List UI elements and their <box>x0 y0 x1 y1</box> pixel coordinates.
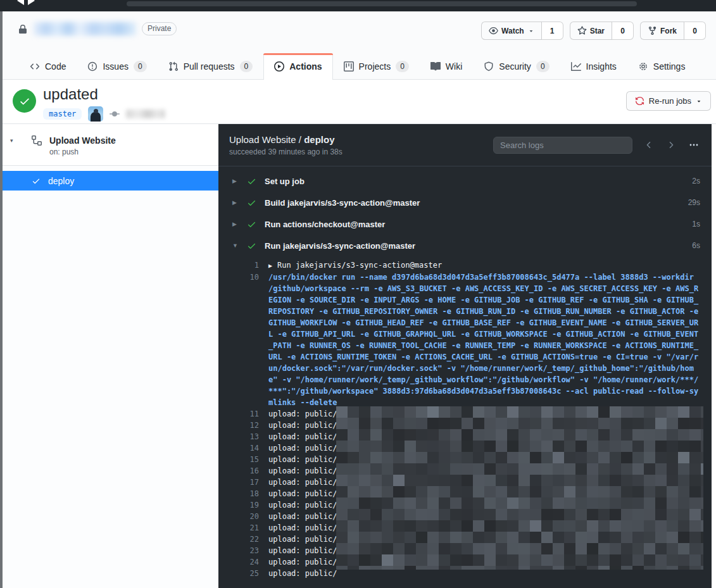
dropdown-caret-icon <box>696 98 702 104</box>
log-step-row[interactable]: Run jakejarvis/s3-sync-action@master 6s <box>218 235 712 256</box>
job-list: deploy <box>3 171 218 191</box>
step-expand-icon <box>232 178 247 184</box>
run-success-status-icon <box>13 89 36 113</box>
line-number[interactable]: 20 <box>218 511 268 522</box>
social-count[interactable]: 0 <box>684 22 706 40</box>
step-success-check-icon <box>247 177 256 186</box>
log-line-text: Run jakejarvis/s3-sync-action@master <box>277 261 442 270</box>
tab-pull-requests[interactable]: Pull requests 0 <box>158 53 264 80</box>
line-number[interactable]: 18 <box>218 488 268 499</box>
log-body: 1 ▶Run jakejarvis/s3-sync-action@master … <box>218 256 712 579</box>
visibility-badge: Private <box>142 22 177 35</box>
line-number[interactable]: 19 <box>218 499 268 511</box>
browser-urlbar[interactable] <box>127 1 637 6</box>
fork-button[interactable]: Fork <box>640 22 684 40</box>
log-step-row[interactable]: Build jakejarvis/s3-sync-action@master 2… <box>218 192 712 213</box>
star-button[interactable]: Star <box>570 22 612 40</box>
commit-hash-redacted[interactable] <box>126 109 165 118</box>
dropdown-caret-icon <box>528 28 534 34</box>
line-number[interactable]: 16 <box>218 465 268 477</box>
step-success-check-icon <box>247 220 256 229</box>
tab-code[interactable]: Code <box>19 53 77 80</box>
star-icon <box>577 26 587 35</box>
tab-count: 0 <box>240 61 253 72</box>
repo-tabs: Code Issues 0 Pull requests 0 Actions Pr… <box>19 53 696 80</box>
shield-icon <box>484 61 494 72</box>
social-button-group: Star 0 <box>570 22 634 40</box>
workflow-sidebar: ▾ Upload Website on: push deploy <box>3 124 218 588</box>
browser-back-icon[interactable] <box>13 0 24 5</box>
search-logs-input[interactable] <box>493 137 632 154</box>
workflow-section-header[interactable]: ▾ Upload Website on: push <box>3 124 218 166</box>
rerun-jobs-button[interactable]: Re-run jobs <box>626 91 711 111</box>
branch-badge[interactable]: master <box>43 108 82 120</box>
watch-button[interactable]: Watch <box>481 22 542 40</box>
tab-count: 0 <box>536 61 550 72</box>
log-line: 1 ▶Run jakejarvis/s3-sync-action@master <box>218 260 712 272</box>
run-header: updated master Re-run jobs <box>3 80 716 124</box>
browser-forward-icon[interactable] <box>28 0 39 5</box>
line-number[interactable]: 15 <box>218 454 268 465</box>
line-number[interactable]: 22 <box>218 534 268 545</box>
play-icon <box>274 61 284 72</box>
upload-log-block: 11 upload: public/ 12 upload: public/ 13… <box>218 408 712 579</box>
line-number[interactable]: 25 <box>218 568 268 579</box>
eye-icon <box>489 26 498 35</box>
social-button-group: Watch 1 <box>481 22 563 40</box>
log-step-row[interactable]: Run actions/checkout@master 1s <box>218 213 712 235</box>
tab-wiki[interactable]: Wiki <box>420 53 473 80</box>
line-number[interactable]: 23 <box>218 545 268 556</box>
log-titles: Upload Website / deploy succeeded 39 min… <box>229 134 342 156</box>
run-meta: master <box>43 106 165 122</box>
commit-icon <box>110 109 120 119</box>
line-number[interactable]: 24 <box>218 556 268 568</box>
expand-toggle-icon[interactable]: ▶ <box>268 262 272 269</box>
code-icon <box>30 61 40 72</box>
line-number[interactable]: 17 <box>218 477 268 488</box>
log-redaction-mosaic <box>336 406 703 570</box>
tab-projects[interactable]: Projects 0 <box>333 53 420 80</box>
log-settings-button[interactable] <box>688 139 700 151</box>
step-expand-icon <box>232 242 247 249</box>
repo-name-redacted[interactable] <box>34 22 136 35</box>
avatar[interactable] <box>88 106 103 122</box>
tab-insights[interactable]: Insights <box>560 53 627 80</box>
step-expand-icon <box>232 199 247 206</box>
step-list: Set up job 2s Build jakejarvis/s3-sync-a… <box>218 166 712 256</box>
sync-icon <box>635 96 644 106</box>
workflow-name: Upload Website <box>49 135 116 146</box>
next-match-button[interactable] <box>665 139 677 151</box>
log-step-row[interactable]: Set up job 2s <box>218 170 712 192</box>
tab-count: 0 <box>396 61 409 72</box>
line-number[interactable]: 11 <box>218 408 268 420</box>
tab-settings[interactable]: Settings <box>627 53 696 80</box>
log-command-text: /usr/bin/docker run --name d397d6ba68d3d… <box>268 272 712 408</box>
social-button-group: Fork 0 <box>640 22 706 40</box>
github-actions-run-page: Private Watch 1 Star 0 Fork 0 Code Issue… <box>0 0 716 588</box>
step-expand-icon <box>232 221 247 227</box>
tab-security[interactable]: Security 0 <box>473 53 560 80</box>
social-count[interactable]: 1 <box>542 22 563 40</box>
issue-icon <box>87 61 97 72</box>
log-status-line: succeeded 39 minutes ago in 38s <box>229 147 342 156</box>
job-success-check-icon <box>32 177 41 185</box>
repo-title-row: Private <box>18 22 177 35</box>
tab-issues[interactable]: Issues 0 <box>77 53 157 80</box>
graph-icon <box>571 61 581 72</box>
browser-chrome-bar <box>0 0 716 11</box>
gear-icon <box>638 61 648 72</box>
line-number[interactable]: 10 <box>218 272 268 408</box>
project-icon <box>344 61 354 72</box>
line-number[interactable]: 1 <box>218 260 268 272</box>
line-number[interactable]: 21 <box>218 522 268 534</box>
previous-match-button[interactable] <box>643 139 655 151</box>
log-title-workflow: Upload Website <box>229 134 296 145</box>
social-count[interactable]: 0 <box>612 22 634 40</box>
line-number[interactable]: 13 <box>218 431 268 442</box>
line-number[interactable]: 12 <box>218 420 268 431</box>
workflow-trigger: on: push <box>49 147 208 156</box>
tab-actions[interactable]: Actions <box>263 53 332 80</box>
line-number[interactable]: 14 <box>218 442 268 454</box>
sidebar-job-deploy[interactable]: deploy <box>3 171 218 191</box>
collapse-caret-icon[interactable]: ▾ <box>10 137 13 144</box>
